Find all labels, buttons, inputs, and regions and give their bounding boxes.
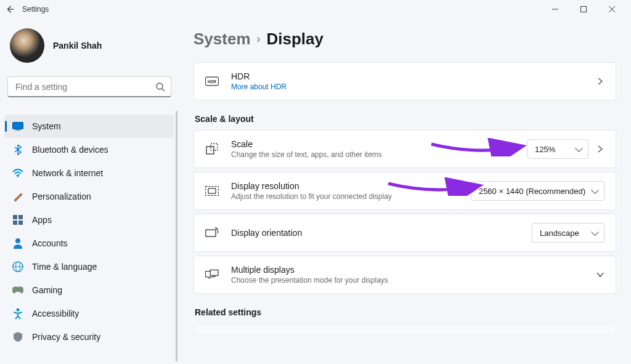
- setting-row-hdr[interactable]: HDR HDR More about HDR: [193, 62, 616, 100]
- profile-name: Pankil Shah: [53, 41, 102, 51]
- orientation-icon: [205, 226, 219, 240]
- setting-subtitle: Change the size of text, apps, and other…: [231, 150, 382, 159]
- title-bar: Settings: [0, 0, 631, 18]
- sidebar-item-label: Network & internet: [32, 168, 103, 178]
- svg-point-17: [17, 309, 20, 312]
- setting-title: Multiple displays: [231, 265, 388, 275]
- chevron-right-icon: [596, 77, 605, 86]
- accessibility-icon: [12, 308, 23, 319]
- chevron-right-icon: ›: [257, 33, 261, 46]
- svg-rect-1: [581, 7, 587, 12]
- sidebar-item-label: Accounts: [32, 238, 68, 248]
- scale-icon: [205, 142, 219, 156]
- section-heading-scale-layout: Scale & layout: [195, 114, 616, 124]
- sidebar-item-personalization[interactable]: Personalization: [5, 185, 174, 208]
- svg-rect-6: [13, 123, 23, 129]
- chevron-down-icon: [596, 270, 605, 279]
- svg-rect-12: [18, 220, 23, 225]
- setting-title: Scale: [231, 139, 382, 149]
- setting-row-orientation[interactable]: Display orientation Landscape: [193, 214, 616, 252]
- sidebar-item-label: Personalization: [32, 192, 91, 201]
- window-title: Settings: [22, 5, 49, 14]
- orientation-dropdown[interactable]: Landscape: [532, 223, 605, 243]
- resolution-dropdown[interactable]: 2560 × 1440 (Recommended): [471, 181, 605, 201]
- svg-rect-9: [13, 215, 17, 219]
- sidebar-item-label: Privacy & security: [32, 332, 100, 342]
- sidebar-item-privacy[interactable]: Privacy & security: [5, 325, 174, 349]
- svg-rect-7: [15, 130, 20, 131]
- svg-rect-22: [206, 187, 219, 196]
- sidebar-item-system[interactable]: System: [5, 115, 174, 138]
- setting-row-scale[interactable]: Scale Change the size of text, apps, and…: [193, 130, 616, 168]
- minimize-button[interactable]: [541, 0, 569, 18]
- setting-row-resolution[interactable]: Display resolution Adjust the resolution…: [193, 172, 616, 210]
- close-button[interactable]: [598, 0, 626, 18]
- search-input[interactable]: [7, 76, 171, 97]
- scale-dropdown[interactable]: 125%: [527, 139, 588, 159]
- display-icon: [12, 121, 23, 132]
- sidebar-item-label: Time & language: [32, 262, 97, 272]
- breadcrumb-root[interactable]: System: [193, 30, 251, 49]
- resolution-icon: [205, 184, 219, 198]
- sidebar-item-label: Apps: [32, 215, 52, 225]
- svg-rect-11: [13, 220, 17, 225]
- svg-point-13: [15, 238, 20, 243]
- setting-subtitle: Adjust the resolution to fit your connec…: [231, 192, 392, 201]
- sidebar-item-accessibility[interactable]: Accessibility: [5, 302, 174, 325]
- sidebar-item-network[interactable]: Network & internet: [5, 161, 174, 185]
- svg-line-5: [162, 89, 165, 91]
- search-icon: [155, 82, 165, 92]
- multiple-displays-icon: [205, 268, 219, 281]
- annotation-arrow: [385, 177, 484, 196]
- setting-subtitle: Choose the presentation mode for your di…: [231, 276, 388, 285]
- sidebar-item-label: Bluetooth & devices: [32, 145, 108, 155]
- main-content: System › Display HDR HDR More about HDR …: [179, 18, 631, 364]
- svg-rect-24: [206, 230, 216, 237]
- svg-point-8: [17, 176, 18, 177]
- sidebar-item-apps[interactable]: Apps: [5, 208, 174, 232]
- sidebar-item-label: Gaming: [32, 285, 62, 295]
- gamepad-icon: [12, 285, 23, 296]
- avatar: [10, 28, 44, 63]
- svg-rect-26: [210, 270, 218, 275]
- setting-title: Display resolution: [231, 181, 392, 191]
- brush-icon: [12, 191, 23, 202]
- sidebar: Pankil Shah System Bluetooth & devices N…: [0, 18, 179, 364]
- page-title: Display: [267, 30, 324, 49]
- section-heading-related: Related settings: [195, 307, 616, 317]
- wifi-icon: [12, 168, 23, 179]
- nav-overflow-hint: [5, 103, 174, 112]
- setting-title: Display orientation: [231, 228, 302, 238]
- globe-clock-icon: [12, 261, 23, 272]
- back-button[interactable]: [5, 4, 15, 14]
- svg-rect-10: [18, 215, 23, 219]
- setting-title: HDR: [231, 71, 287, 81]
- setting-row-placeholder: [193, 323, 616, 336]
- chevron-right-icon: [596, 145, 605, 153]
- sidebar-item-label: Accessibility: [32, 309, 79, 318]
- hdr-more-link[interactable]: More about HDR: [231, 83, 287, 91]
- sidebar-item-label: System: [32, 121, 61, 131]
- annotation-arrow: [428, 138, 527, 156]
- apps-icon: [12, 214, 23, 225]
- person-icon: [12, 238, 23, 249]
- profile[interactable]: Pankil Shah: [5, 18, 174, 74]
- sidebar-item-bluetooth[interactable]: Bluetooth & devices: [5, 138, 174, 161]
- sidebar-item-time-language[interactable]: Time & language: [5, 255, 174, 278]
- shield-icon: [12, 331, 23, 342]
- hdr-icon: HDR: [205, 75, 219, 88]
- svg-rect-23: [208, 188, 216, 193]
- sidebar-nav: System Bluetooth & devices Network & int…: [5, 115, 174, 349]
- breadcrumb: System › Display: [193, 30, 616, 49]
- maximize-button[interactable]: [569, 0, 598, 18]
- svg-text:HDR: HDR: [208, 79, 216, 84]
- bluetooth-icon: [12, 144, 23, 155]
- svg-point-4: [157, 83, 163, 89]
- sidebar-item-gaming[interactable]: Gaming: [5, 278, 174, 302]
- setting-row-multiple-displays[interactable]: Multiple displays Choose the presentatio…: [193, 256, 616, 294]
- sidebar-item-accounts[interactable]: Accounts: [5, 232, 174, 255]
